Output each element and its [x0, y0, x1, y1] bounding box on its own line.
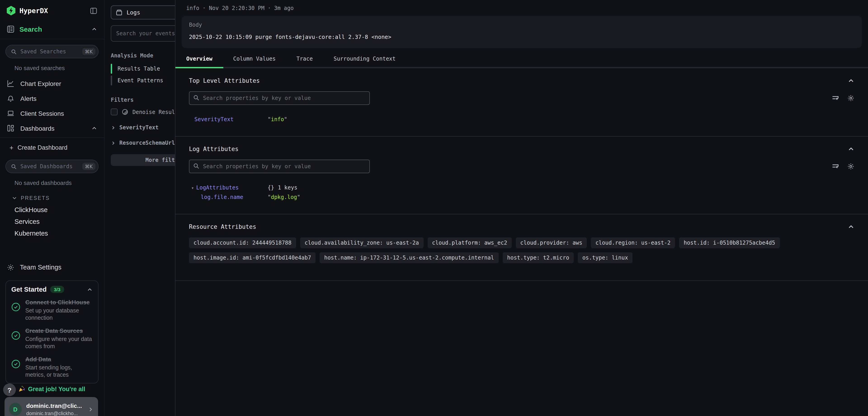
logo[interactable]: HyperDX [7, 6, 48, 16]
chevron-up-icon[interactable] [91, 26, 97, 32]
sidebar-item-team-settings[interactable]: Team Settings [0, 260, 104, 275]
no-saved-dashboards-note: No saved dashboards [14, 179, 104, 186]
logs-source-icon [116, 9, 123, 16]
step-create-data-sources[interactable]: Create Data Sources Configure where your… [11, 327, 93, 350]
step-add-data[interactable]: Add Data Start sending logs, metrics, or… [11, 356, 93, 379]
denoise-checkbox[interactable] [111, 109, 118, 115]
denoise-results-toggle[interactable]: Denoise Results [111, 109, 175, 115]
attribute-key[interactable]: LogAttributes [196, 183, 268, 192]
collapse-section-icon[interactable] [848, 224, 855, 230]
object-braces: {} [268, 184, 274, 191]
wrap-lines-icon[interactable] [832, 163, 839, 170]
chevron-up-icon[interactable] [91, 125, 97, 131]
section-title: Top Level Attributes [189, 77, 260, 84]
preset-kubernetes[interactable]: Kubernetes [14, 230, 104, 237]
tab-trace[interactable]: Trace [296, 56, 313, 67]
collapse-section-icon[interactable] [848, 77, 855, 84]
search-filters-panel: Logs Analysis Mode Results Table Event P… [104, 0, 175, 416]
resource-chip[interactable]: host.name: ip-172-31-12-5.us-east-2.comp… [320, 252, 498, 263]
attribute-value[interactable]: "info" [268, 115, 287, 124]
inactive-mode-indicator [111, 76, 112, 86]
active-mode-indicator [111, 64, 112, 74]
event-search-input[interactable] [111, 25, 175, 41]
step-title: Connect to ClickHouse [25, 299, 93, 306]
create-dashboard-button[interactable]: + Create Dashboard [9, 141, 104, 154]
sidebar-item-dashboards[interactable]: Dashboards [0, 121, 104, 136]
filter-group-severitytext[interactable]: SeverityText [111, 124, 175, 131]
filter-group-resourceschemaurl[interactable]: ResourceSchemaUrl [111, 140, 175, 146]
user-email: dominic.tran@clickho... [26, 411, 83, 416]
get-started-header[interactable]: Get Started 3/3 [11, 286, 93, 293]
sidebar-item-search[interactable]: Search [0, 20, 104, 39]
collapse-sidebar-icon[interactable] [90, 7, 97, 14]
sidebar-item-label: Search [20, 25, 86, 33]
attribute-key[interactable]: SeverityText [194, 115, 268, 124]
section-title: Resource Attributes [189, 224, 256, 230]
sidebar: HyperDX Search Saved Searches ⌘K No save… [0, 0, 104, 416]
resource-chip[interactable]: cloud.availability_zone: us-east-2a [300, 237, 424, 248]
chevron-right-icon [88, 406, 94, 412]
body-card: Body 2025-10-22 10:15:09 purge fonts-dej… [182, 16, 862, 48]
resource-chip[interactable]: host.image.id: ami-0f5fcdfbd140e4ab7 [189, 252, 315, 263]
tab-surrounding-context[interactable]: Surrounding Context [334, 56, 396, 67]
no-saved-searches-note: No saved searches [14, 65, 104, 71]
get-started-card: Get Started 3/3 Connect to ClickHouse Se… [5, 280, 98, 383]
spacer [0, 237, 104, 260]
dot-separator: · [268, 5, 271, 11]
more-filters-button[interactable]: More filters [111, 154, 175, 166]
presets-label: PRESETS [21, 195, 50, 201]
sidebar-item-alerts[interactable]: Alerts [0, 91, 104, 106]
tree-caret-icon[interactable]: ▾ [191, 183, 196, 192]
resource-chip[interactable]: os.type: linux [578, 252, 632, 263]
active-tab-indicator [176, 67, 223, 68]
tab-overview[interactable]: Overview [186, 56, 213, 67]
user-menu[interactable]: D dominic.tran@clic... dominic.tran@clic… [4, 397, 98, 416]
analysis-mode-label: Analysis Mode [111, 53, 175, 59]
saved-searches-placeholder: Saved Searches [20, 49, 79, 55]
search-icon [11, 49, 17, 55]
saved-dashboards-input[interactable]: Saved Dashboards ⌘K [5, 159, 98, 173]
sidebar-nav: Chart Explorer Alerts Client Sessions Da… [0, 76, 104, 136]
celebration-text: Great job! You're all [28, 385, 85, 392]
attribute-tree-root[interactable]: ▾ LogAttributes {}1 keys [189, 183, 855, 192]
team-settings-label: Team Settings [20, 264, 61, 271]
wrap-lines-icon[interactable] [832, 94, 839, 102]
preset-services[interactable]: Services [14, 218, 104, 225]
mode-event-patterns[interactable]: Event Patterns [111, 75, 175, 86]
logo-row: HyperDX [0, 0, 104, 20]
sidebar-item-label: Client Sessions [20, 110, 97, 117]
source-select-label: Logs [127, 9, 140, 16]
dot-separator: · [203, 5, 206, 11]
attribute-value[interactable]: "dpkg.log" [268, 192, 301, 202]
resource-chip[interactable]: cloud.provider: aws [516, 237, 587, 248]
resource-chip[interactable]: cloud.region: us-east-2 [591, 237, 675, 248]
top-level-attributes-search-input[interactable] [189, 91, 370, 105]
resource-chip[interactable]: cloud.account.id: 244449518788 [189, 237, 296, 248]
shortcut-badge: ⌘K [82, 48, 95, 55]
sidebar-item-client-sessions[interactable]: Client Sessions [0, 106, 104, 121]
tab-column-values[interactable]: Column Values [233, 56, 276, 67]
attribute-key[interactable]: log.file.name [201, 192, 268, 202]
step-connect-clickhouse[interactable]: Connect to ClickHouse Set up your databa… [11, 299, 93, 322]
mode-results-table[interactable]: Results Table [111, 63, 175, 74]
get-started-title: Get Started [11, 286, 46, 293]
resource-chip[interactable]: host.id: i-0510b81275acbe4d5 [679, 237, 780, 248]
resource-chip[interactable]: cloud.platform: aws_ec2 [428, 237, 512, 248]
collapse-section-icon[interactable] [848, 146, 855, 152]
log-attributes-search-input[interactable] [189, 159, 370, 173]
party-popper-icon [18, 385, 25, 392]
preset-clickhouse[interactable]: ClickHouse [14, 206, 104, 213]
search-icon [11, 164, 17, 169]
saved-searches-input[interactable]: Saved Searches ⌘K [5, 45, 98, 58]
gear-icon[interactable] [847, 94, 855, 102]
source-select[interactable]: Logs [111, 5, 175, 20]
divider [0, 138, 104, 138]
sidebar-item-chart-explorer[interactable]: Chart Explorer [0, 76, 104, 91]
resource-chip[interactable]: host.type: t2.micro [503, 252, 574, 263]
filters-label: Filters [111, 97, 175, 103]
gear-icon[interactable] [847, 163, 855, 170]
chevron-up-icon[interactable] [87, 287, 93, 292]
celebration-row: Great job! You're all [18, 385, 85, 392]
help-button[interactable]: ? [3, 383, 16, 396]
presets-toggle[interactable]: PRESETS [12, 195, 104, 201]
